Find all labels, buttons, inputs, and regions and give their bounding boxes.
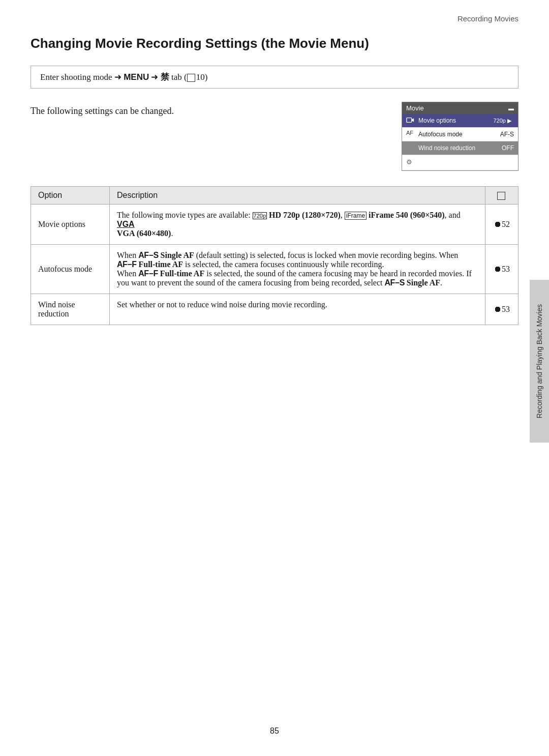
option-movie-options: Movie options xyxy=(31,205,110,245)
page-header: Recording Movies xyxy=(458,14,518,23)
table-row-autofocus: Autofocus mode When AF−S Single AF (defa… xyxy=(31,245,518,294)
desc-movie-options: The following movie types are available:… xyxy=(110,205,485,245)
vga-text: VGA (640×480) xyxy=(117,229,171,238)
side-tab: Recording and Playing Back Movies xyxy=(530,280,549,443)
menu-label-movie-options: Movie options xyxy=(418,117,491,124)
side-tab-text: Recording and Playing Back Movies xyxy=(535,304,543,418)
option-wind-noise: Wind noise reduction xyxy=(31,294,110,325)
camera-menu-row-empty: ⚙ xyxy=(402,155,518,170)
ref-link-movie: ⏺52 xyxy=(494,220,510,228)
ref-wind-noise: ⏺53 xyxy=(485,294,518,325)
single-af-label-2: Single AF xyxy=(407,278,440,287)
table-header-ref xyxy=(485,187,518,205)
desc-autofocus: When AF−S Single AF (default setting) is… xyxy=(110,245,485,294)
table-row-movie-options: Movie options The following movie types … xyxy=(31,205,518,245)
720p-badge: 720p xyxy=(253,212,267,219)
camera-menu-title: Movie xyxy=(406,104,424,112)
aff-styled-1: AF−F xyxy=(117,260,136,269)
menu-value-wind: OFF xyxy=(502,144,514,152)
menu-value-movie-options: 720p ▶ xyxy=(491,117,514,125)
camera-menu-battery-icon: ▬ xyxy=(508,105,514,111)
fulltime-af-label-2: Full-time AF xyxy=(160,269,205,278)
ref-autofocus: ⏺53 xyxy=(485,245,518,294)
option-autofocus: Autofocus mode xyxy=(31,245,110,294)
following-text: The following settings can be changed. xyxy=(30,102,386,117)
vga-badge: VGA xyxy=(117,220,135,228)
camera-menu-row-autofocus: AF Autofocus mode AF-S xyxy=(402,128,518,141)
camera-menu-row-movie-options: Movie options 720p ▶ xyxy=(402,114,518,128)
camera-icon xyxy=(406,116,415,125)
afs-styled-2: AF−S xyxy=(384,278,404,287)
camera-menu-screenshot: Movie ▬ Movie options 720p ▶ AF Autofocu… xyxy=(402,102,518,171)
camera-menu-header: Movie ▬ xyxy=(402,102,518,114)
settings-icon: ⚙ xyxy=(406,158,415,167)
ref-link-autofocus: ⏺53 xyxy=(494,265,510,273)
menu-value-autofocus: AF-S xyxy=(500,131,514,138)
page-ref-number: 10 xyxy=(196,72,205,82)
single-af-label: Single AF xyxy=(161,251,194,259)
iframe-text: iFrame 540 (960×540) xyxy=(369,211,445,219)
wind-placeholder-icon xyxy=(406,143,415,153)
ref-movie-options: ⏺52 xyxy=(485,205,518,245)
notebook-icon xyxy=(187,74,195,82)
menu-label-wind: Wind noise reduction xyxy=(418,144,500,152)
menu-label-autofocus: Autofocus mode xyxy=(418,131,498,138)
tab-label: tab xyxy=(171,72,182,82)
chapter-title: Changing Movie Recording Settings (the M… xyxy=(30,36,518,51)
table-row-wind-noise: Wind noise reduction Set whether or not … xyxy=(31,294,518,325)
settings-table: Option Description Movie options The fol… xyxy=(30,186,518,325)
iframe-badge: iFrame xyxy=(345,212,367,220)
fulltime-af-label-1: Full-time AF xyxy=(138,260,183,269)
menu-symbol: MENU xyxy=(124,72,149,82)
desc-wind-noise: Set whether or not to reduce wind noise … xyxy=(110,294,485,325)
svg-marker-1 xyxy=(412,118,414,122)
enter-mode-box: Enter shooting mode ➜ MENU ➜ 禁 tab (10) xyxy=(30,66,518,89)
svg-rect-0 xyxy=(407,118,412,123)
table-header-option: Option xyxy=(31,187,110,205)
afs-styled-1: AF−S xyxy=(138,251,158,259)
aff-styled-2: AF−F xyxy=(138,269,158,278)
camera-menu-row-wind: Wind noise reduction OFF xyxy=(402,141,518,155)
ref-notebook-icon xyxy=(497,192,505,200)
ref-link-wind: ⏺53 xyxy=(494,305,510,313)
af-icon: AF xyxy=(406,130,415,139)
hd720p-text: HD 720p (1280×720) xyxy=(269,211,341,219)
page-number: 85 xyxy=(270,726,279,736)
table-header-description: Description xyxy=(110,187,485,205)
tab-symbol: 禁 xyxy=(161,72,169,82)
enter-mode-text: Enter shooting mode xyxy=(40,72,112,82)
